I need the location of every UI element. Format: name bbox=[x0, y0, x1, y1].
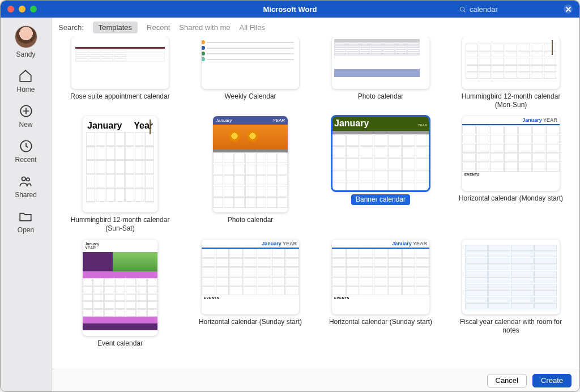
window-controls bbox=[7, 6, 37, 12]
template-item[interactable]: Photo calendar bbox=[319, 37, 442, 109]
titlebar: Microsoft Word bbox=[1, 1, 579, 18]
template-thumbnail[interactable]: JanuaryYEAR bbox=[213, 116, 288, 212]
template-thumbnail[interactable] bbox=[462, 240, 560, 314]
sidebar-item-recent[interactable]: Recent bbox=[15, 139, 36, 164]
template-thumbnail[interactable] bbox=[202, 37, 299, 89]
template-thumbnail[interactable]: January YEAR EVENTS bbox=[332, 240, 429, 314]
template-item[interactable]: JanuaryYear Hummingbird 12-month calenda… bbox=[58, 116, 182, 233]
svg-point-0 bbox=[460, 7, 464, 11]
template-item[interactable]: Fiscal year calendar with room for notes bbox=[449, 240, 573, 348]
svg-point-9 bbox=[27, 178, 29, 181]
template-item[interactable]: JanuaryYEAR Banner calendar bbox=[319, 116, 442, 233]
people-icon bbox=[18, 174, 33, 189]
account-button[interactable]: Sandy bbox=[15, 25, 37, 58]
template-item[interactable]: JanuaryYEAR Photo calendar bbox=[189, 116, 312, 233]
template-label: Banner calendar bbox=[351, 194, 410, 205]
search-filter-bar: Search: Templates Recent Shared with me … bbox=[52, 18, 579, 37]
template-thumbnail[interactable] bbox=[71, 37, 169, 89]
plus-circle-icon bbox=[19, 104, 33, 118]
template-item[interactable]: January YEAR EVENTS Horizontal calendar … bbox=[319, 240, 442, 348]
template-item[interactable]: JanuaryYEAR Event calendar bbox=[58, 240, 182, 348]
template-item[interactable]: Hummingbird 12-month calendar (Mon-Sun) bbox=[449, 37, 573, 109]
template-item[interactable]: January YEAR EVENTS Horizontal calendar … bbox=[449, 116, 573, 233]
template-label: Event calendar bbox=[97, 339, 143, 348]
template-label: Fiscal year calendar with room for notes bbox=[457, 318, 565, 335]
search-input[interactable] bbox=[470, 5, 560, 14]
filter-tab-shared[interactable]: Shared with me bbox=[179, 23, 230, 32]
main-pane: Search: Templates Recent Shared with me … bbox=[52, 18, 579, 391]
sidebar-item-new[interactable]: New bbox=[19, 104, 33, 129]
template-label: Horizontal calendar (Sunday start) bbox=[329, 318, 432, 326]
close-window-button[interactable] bbox=[7, 6, 14, 12]
create-button[interactable]: Create bbox=[532, 374, 572, 387]
template-thumbnail[interactable]: JanuaryYEAR bbox=[332, 116, 429, 191]
sidebar-item-home[interactable]: Home bbox=[16, 69, 35, 93]
template-label: Horizontal calendar (Monday start) bbox=[459, 194, 563, 203]
template-label: Hummingbird 12-month calendar (Sun-Sat) bbox=[66, 216, 174, 233]
user-name: Sandy bbox=[16, 50, 35, 58]
sidebar-item-shared[interactable]: Shared bbox=[15, 174, 37, 199]
template-label: Hummingbird 12-month calendar (Mon-Sun) bbox=[457, 92, 565, 109]
clock-icon bbox=[19, 139, 33, 154]
minimize-window-button[interactable] bbox=[19, 6, 25, 12]
filter-tab-allfiles[interactable]: All Files bbox=[240, 23, 266, 32]
template-thumbnail[interactable]: January YEAR EVENTS bbox=[202, 240, 299, 314]
template-item[interactable]: Weekly Calendar bbox=[189, 37, 312, 109]
template-label: Horizontal calendar (Sunday start) bbox=[199, 318, 302, 326]
clear-search-button[interactable] bbox=[564, 5, 573, 14]
template-thumbnail[interactable]: JanuaryYEAR bbox=[83, 240, 157, 336]
template-label: Photo calendar bbox=[358, 92, 404, 101]
template-thumbnail[interactable] bbox=[332, 37, 429, 89]
template-thumbnail[interactable] bbox=[462, 37, 560, 89]
cancel-button[interactable]: Cancel bbox=[487, 374, 527, 387]
svg-point-8 bbox=[22, 177, 26, 181]
template-gallery: Rose suite appointment calendar Weekly C… bbox=[52, 37, 579, 369]
folder-icon bbox=[18, 209, 33, 224]
sidebar-item-open[interactable]: Open bbox=[18, 209, 34, 234]
search-icon bbox=[459, 6, 466, 13]
template-label: Photo calendar bbox=[228, 216, 274, 224]
sidebar: Sandy Home New Recent Shared Open bbox=[1, 18, 52, 391]
template-thumbnail[interactable]: January YEAR EVENTS bbox=[462, 116, 560, 191]
home-icon bbox=[18, 69, 33, 83]
filter-tab-recent[interactable]: Recent bbox=[147, 23, 170, 32]
fullscreen-window-button[interactable] bbox=[30, 6, 37, 12]
template-label: Weekly Calendar bbox=[224, 92, 276, 101]
search-filter-label: Search: bbox=[58, 23, 84, 32]
template-thumbnail[interactable]: JanuaryYear bbox=[83, 116, 157, 212]
search-box[interactable] bbox=[459, 5, 573, 14]
template-item[interactable]: January YEAR EVENTS Horizontal calendar … bbox=[189, 240, 312, 348]
dialog-footer: Cancel Create bbox=[52, 369, 579, 391]
template-label: Rose suite appointment calendar bbox=[70, 92, 169, 101]
avatar bbox=[15, 25, 37, 48]
svg-line-1 bbox=[464, 10, 465, 11]
window-title: Microsoft Word bbox=[263, 5, 317, 14]
filter-tab-templates[interactable]: Templates bbox=[93, 22, 138, 33]
template-item[interactable]: Rose suite appointment calendar bbox=[58, 37, 182, 109]
